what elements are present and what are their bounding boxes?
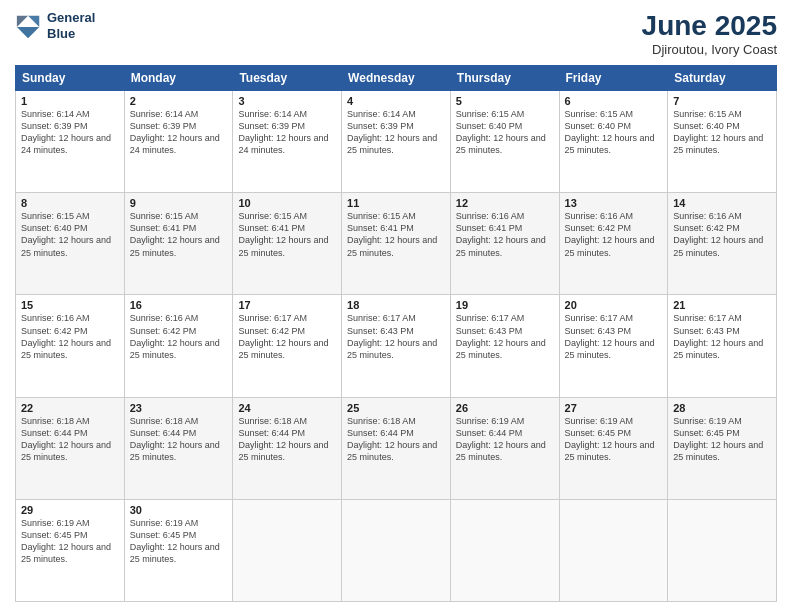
day-number: 12	[456, 197, 554, 209]
cell-info: Sunrise: 6:14 AMSunset: 6:39 PMDaylight:…	[347, 108, 445, 157]
cell-info: Sunrise: 6:15 AMSunset: 6:40 PMDaylight:…	[673, 108, 771, 157]
day-number: 4	[347, 95, 445, 107]
cell-info: Sunrise: 6:18 AMSunset: 6:44 PMDaylight:…	[21, 415, 119, 464]
cell-info: Sunrise: 6:15 AMSunset: 6:40 PMDaylight:…	[21, 210, 119, 259]
calendar-cell: 9Sunrise: 6:15 AMSunset: 6:41 PMDaylight…	[124, 193, 233, 295]
day-number: 25	[347, 402, 445, 414]
cell-info: Sunrise: 6:17 AMSunset: 6:43 PMDaylight:…	[347, 312, 445, 361]
day-number: 11	[347, 197, 445, 209]
day-number: 19	[456, 299, 554, 311]
header-day: Friday	[559, 66, 668, 91]
cell-info: Sunrise: 6:14 AMSunset: 6:39 PMDaylight:…	[21, 108, 119, 157]
cell-info: Sunrise: 6:15 AMSunset: 6:41 PMDaylight:…	[238, 210, 336, 259]
day-number: 15	[21, 299, 119, 311]
header-day: Saturday	[668, 66, 777, 91]
calendar-cell: 29Sunrise: 6:19 AMSunset: 6:45 PMDayligh…	[16, 499, 125, 601]
calendar-week-row: 1Sunrise: 6:14 AMSunset: 6:39 PMDaylight…	[16, 91, 777, 193]
calendar-cell	[668, 499, 777, 601]
svg-marker-0	[28, 15, 39, 26]
day-number: 10	[238, 197, 336, 209]
calendar-cell: 11Sunrise: 6:15 AMSunset: 6:41 PMDayligh…	[342, 193, 451, 295]
title-block: June 2025 Djiroutou, Ivory Coast	[642, 10, 777, 57]
day-number: 6	[565, 95, 663, 107]
calendar-cell: 8Sunrise: 6:15 AMSunset: 6:40 PMDaylight…	[16, 193, 125, 295]
cell-info: Sunrise: 6:19 AMSunset: 6:45 PMDaylight:…	[673, 415, 771, 464]
day-number: 13	[565, 197, 663, 209]
location: Djiroutou, Ivory Coast	[642, 42, 777, 57]
cell-info: Sunrise: 6:17 AMSunset: 6:43 PMDaylight:…	[565, 312, 663, 361]
cell-info: Sunrise: 6:17 AMSunset: 6:43 PMDaylight:…	[673, 312, 771, 361]
calendar-cell: 22Sunrise: 6:18 AMSunset: 6:44 PMDayligh…	[16, 397, 125, 499]
calendar-cell	[233, 499, 342, 601]
calendar-cell	[342, 499, 451, 601]
calendar-cell: 19Sunrise: 6:17 AMSunset: 6:43 PMDayligh…	[450, 295, 559, 397]
calendar-cell	[450, 499, 559, 601]
calendar-cell: 7Sunrise: 6:15 AMSunset: 6:40 PMDaylight…	[668, 91, 777, 193]
day-number: 29	[21, 504, 119, 516]
calendar-cell: 17Sunrise: 6:17 AMSunset: 6:42 PMDayligh…	[233, 295, 342, 397]
cell-info: Sunrise: 6:18 AMSunset: 6:44 PMDaylight:…	[130, 415, 228, 464]
calendar-cell: 12Sunrise: 6:16 AMSunset: 6:41 PMDayligh…	[450, 193, 559, 295]
calendar-cell: 28Sunrise: 6:19 AMSunset: 6:45 PMDayligh…	[668, 397, 777, 499]
cell-info: Sunrise: 6:18 AMSunset: 6:44 PMDaylight:…	[238, 415, 336, 464]
calendar-week-row: 15Sunrise: 6:16 AMSunset: 6:42 PMDayligh…	[16, 295, 777, 397]
calendar-cell: 16Sunrise: 6:16 AMSunset: 6:42 PMDayligh…	[124, 295, 233, 397]
cell-info: Sunrise: 6:15 AMSunset: 6:40 PMDaylight:…	[456, 108, 554, 157]
calendar-cell: 6Sunrise: 6:15 AMSunset: 6:40 PMDaylight…	[559, 91, 668, 193]
calendar-cell: 27Sunrise: 6:19 AMSunset: 6:45 PMDayligh…	[559, 397, 668, 499]
month-title: June 2025	[642, 10, 777, 42]
logo-text: General Blue	[47, 10, 95, 41]
cell-info: Sunrise: 6:16 AMSunset: 6:41 PMDaylight:…	[456, 210, 554, 259]
calendar-cell: 4Sunrise: 6:14 AMSunset: 6:39 PMDaylight…	[342, 91, 451, 193]
cell-info: Sunrise: 6:14 AMSunset: 6:39 PMDaylight:…	[238, 108, 336, 157]
header-day: Thursday	[450, 66, 559, 91]
calendar-cell: 21Sunrise: 6:17 AMSunset: 6:43 PMDayligh…	[668, 295, 777, 397]
cell-info: Sunrise: 6:19 AMSunset: 6:45 PMDaylight:…	[21, 517, 119, 566]
day-number: 24	[238, 402, 336, 414]
calendar-cell: 20Sunrise: 6:17 AMSunset: 6:43 PMDayligh…	[559, 295, 668, 397]
day-number: 16	[130, 299, 228, 311]
calendar-cell: 5Sunrise: 6:15 AMSunset: 6:40 PMDaylight…	[450, 91, 559, 193]
calendar-week-row: 8Sunrise: 6:15 AMSunset: 6:40 PMDaylight…	[16, 193, 777, 295]
calendar-cell: 1Sunrise: 6:14 AMSunset: 6:39 PMDaylight…	[16, 91, 125, 193]
logo-line2: Blue	[47, 26, 95, 42]
calendar-cell: 18Sunrise: 6:17 AMSunset: 6:43 PMDayligh…	[342, 295, 451, 397]
cell-info: Sunrise: 6:19 AMSunset: 6:44 PMDaylight:…	[456, 415, 554, 464]
cell-info: Sunrise: 6:16 AMSunset: 6:42 PMDaylight:…	[673, 210, 771, 259]
day-number: 26	[456, 402, 554, 414]
header: General Blue June 2025 Djiroutou, Ivory …	[15, 10, 777, 57]
calendar-cell: 13Sunrise: 6:16 AMSunset: 6:42 PMDayligh…	[559, 193, 668, 295]
cell-info: Sunrise: 6:16 AMSunset: 6:42 PMDaylight:…	[130, 312, 228, 361]
day-number: 22	[21, 402, 119, 414]
cell-info: Sunrise: 6:14 AMSunset: 6:39 PMDaylight:…	[130, 108, 228, 157]
cell-info: Sunrise: 6:15 AMSunset: 6:40 PMDaylight:…	[565, 108, 663, 157]
day-number: 9	[130, 197, 228, 209]
calendar: SundayMondayTuesdayWednesdayThursdayFrid…	[15, 65, 777, 602]
cell-info: Sunrise: 6:15 AMSunset: 6:41 PMDaylight:…	[130, 210, 228, 259]
svg-marker-1	[17, 15, 28, 26]
day-number: 3	[238, 95, 336, 107]
day-number: 5	[456, 95, 554, 107]
day-number: 28	[673, 402, 771, 414]
day-number: 2	[130, 95, 228, 107]
cell-info: Sunrise: 6:18 AMSunset: 6:44 PMDaylight:…	[347, 415, 445, 464]
header-day: Tuesday	[233, 66, 342, 91]
calendar-cell: 25Sunrise: 6:18 AMSunset: 6:44 PMDayligh…	[342, 397, 451, 499]
calendar-cell: 3Sunrise: 6:14 AMSunset: 6:39 PMDaylight…	[233, 91, 342, 193]
logo-icon	[15, 12, 43, 40]
day-number: 18	[347, 299, 445, 311]
day-number: 14	[673, 197, 771, 209]
day-number: 23	[130, 402, 228, 414]
cell-info: Sunrise: 6:19 AMSunset: 6:45 PMDaylight:…	[565, 415, 663, 464]
day-number: 17	[238, 299, 336, 311]
calendar-week-row: 29Sunrise: 6:19 AMSunset: 6:45 PMDayligh…	[16, 499, 777, 601]
cell-info: Sunrise: 6:17 AMSunset: 6:42 PMDaylight:…	[238, 312, 336, 361]
cell-info: Sunrise: 6:16 AMSunset: 6:42 PMDaylight:…	[21, 312, 119, 361]
calendar-cell: 26Sunrise: 6:19 AMSunset: 6:44 PMDayligh…	[450, 397, 559, 499]
logo: General Blue	[15, 10, 95, 41]
cell-info: Sunrise: 6:17 AMSunset: 6:43 PMDaylight:…	[456, 312, 554, 361]
cell-info: Sunrise: 6:16 AMSunset: 6:42 PMDaylight:…	[565, 210, 663, 259]
calendar-cell: 10Sunrise: 6:15 AMSunset: 6:41 PMDayligh…	[233, 193, 342, 295]
calendar-cell: 2Sunrise: 6:14 AMSunset: 6:39 PMDaylight…	[124, 91, 233, 193]
calendar-cell	[559, 499, 668, 601]
